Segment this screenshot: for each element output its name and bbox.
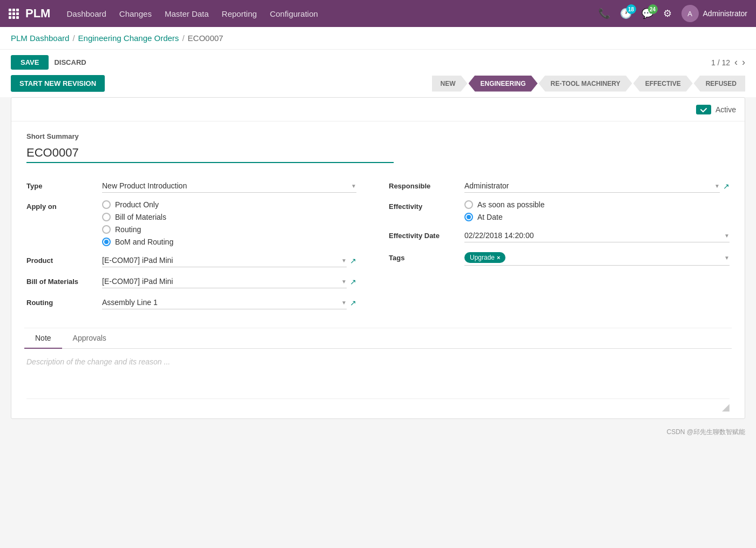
responsible-label: Responsible xyxy=(389,182,464,190)
tabs-container: Note Approvals xyxy=(24,328,732,349)
product-row: Product [E-COM07] iPad Mini ▼ ↗ xyxy=(26,254,356,267)
settings-icon[interactable]: ⚙ xyxy=(663,8,672,19)
tag-upgrade-label: Upgrade xyxy=(470,254,495,261)
top-nav: PLM Dashboard Changes Master Data Report… xyxy=(0,0,756,27)
nav-configuration[interactable]: Configuration xyxy=(270,9,318,18)
effectivity-asap[interactable]: As soon as possible xyxy=(464,200,545,209)
tags-row: Tags Upgrade × ▼ xyxy=(389,250,730,266)
radio-asap-circle xyxy=(464,200,473,209)
product-chevron: ▼ xyxy=(341,258,347,263)
product-ext-link[interactable]: ↗ xyxy=(350,256,356,265)
footer-credit: CSDN @邱先生聊数智赋能 xyxy=(666,428,745,436)
type-value: New Product Introduction xyxy=(102,181,187,190)
effectivity-label: Effectivity xyxy=(389,200,464,211)
type-chevron: ▼ xyxy=(351,183,356,189)
routing-select[interactable]: Assembly Line 1 ▼ xyxy=(102,296,347,309)
admin-label: Administrator xyxy=(703,9,747,18)
stage-effective[interactable]: EFFECTIVE xyxy=(633,76,693,92)
radio-routing[interactable]: Routing xyxy=(102,225,173,234)
stage-engineering[interactable]: ENGINEERING xyxy=(469,76,538,92)
bom-row: Bill of Materials [E-COM07] iPad Mini ▼ … xyxy=(26,275,356,288)
product-field: [E-COM07] iPad Mini ▼ ↗ xyxy=(102,254,356,267)
effectivity-options: As soon as possible At Date xyxy=(464,200,545,221)
breadcrumb-sep1: / xyxy=(72,33,75,43)
breadcrumb-sep2: / xyxy=(182,33,184,43)
type-select[interactable]: New Product Introduction ▼ xyxy=(102,179,356,193)
active-label: Active xyxy=(716,105,736,114)
breadcrumb-current: ECO0007 xyxy=(188,33,224,43)
effectivity-row: Effectivity As soon as possible At Date xyxy=(389,200,730,221)
radio-bom-routing-label: BoM and Routing xyxy=(115,238,173,246)
radio-bom[interactable]: Bill of Materials xyxy=(102,213,173,221)
effectivity-date-value: 02/22/2018 14:20:00 xyxy=(464,231,534,240)
radio-asap-label: As soon as possible xyxy=(477,200,545,209)
nav-reporting[interactable]: Reporting xyxy=(222,9,257,18)
responsible-select[interactable]: Administrator ▼ xyxy=(464,179,720,193)
action-bar: SAVE DISCARD 1 / 12 ‹ › xyxy=(0,50,756,75)
stage-refused[interactable]: REFUSED xyxy=(694,76,745,92)
short-summary-label: Short Summary xyxy=(26,132,730,140)
tag-upgrade[interactable]: Upgrade × xyxy=(464,252,505,263)
tags-field: Upgrade × ▼ xyxy=(464,250,730,266)
routing-ext-link[interactable]: ↗ xyxy=(350,299,356,307)
chat-notification[interactable]: 💬 24 xyxy=(642,8,653,19)
breadcrumb-plm[interactable]: PLM Dashboard xyxy=(11,33,69,43)
bom-ext-link[interactable]: ↗ xyxy=(350,278,356,286)
nav-master-data[interactable]: Master Data xyxy=(165,9,209,18)
radio-routing-label: Routing xyxy=(115,225,141,234)
tags-label: Tags xyxy=(389,254,464,262)
radio-product-label: Product Only xyxy=(115,200,159,209)
admin-menu[interactable]: A Administrator xyxy=(681,5,747,22)
brand-grid-icon[interactable] xyxy=(9,9,19,19)
radio-product-only[interactable]: Product Only xyxy=(102,200,173,209)
nav-changes[interactable]: Changes xyxy=(119,9,152,18)
radio-bom-routing-circle xyxy=(102,238,111,246)
resize-handle[interactable]: ◢ xyxy=(722,401,730,413)
effectivity-at-date[interactable]: At Date xyxy=(464,213,545,221)
short-summary-input[interactable] xyxy=(26,144,394,163)
routing-field: Assembly Line 1 ▼ ↗ xyxy=(102,296,356,309)
active-toggle[interactable]: Active xyxy=(696,105,736,114)
tag-upgrade-remove[interactable]: × xyxy=(497,254,500,261)
responsible-row: Responsible Administrator ▼ ↗ xyxy=(389,179,730,193)
radio-atdate-label: At Date xyxy=(477,213,503,221)
save-button[interactable]: SAVE xyxy=(11,55,49,70)
prev-button[interactable]: ‹ xyxy=(734,57,738,68)
start-revision-button[interactable]: START NEW REVISION xyxy=(11,75,105,92)
status-bar: START NEW REVISION NEW ENGINEERING RE-TO… xyxy=(0,75,756,97)
clock-notification[interactable]: 🕐 18 xyxy=(620,8,632,19)
bom-select[interactable]: [E-COM07] iPad Mini ▼ xyxy=(102,275,347,288)
nav-right: 📞 🕐 18 💬 24 ⚙ A Administrator xyxy=(598,5,747,22)
pagination: 1 / 12 ‹ › xyxy=(711,57,745,68)
breadcrumb-eco[interactable]: Engineering Change Orders xyxy=(78,33,179,43)
type-row: Type New Product Introduction ▼ xyxy=(26,179,356,193)
form-section: Short Summary Type New Product Introduct… xyxy=(11,121,745,328)
product-value: [E-COM07] iPad Mini xyxy=(102,256,173,265)
effectivity-date-row: Effectivity Date 02/22/2018 14:20:00 ▼ xyxy=(389,229,730,242)
tabs: Note Approvals xyxy=(24,328,732,349)
nav-links: Dashboard Changes Master Data Reporting … xyxy=(66,9,598,18)
stages: NEW ENGINEERING RE-TOOL MACHINERY EFFECT… xyxy=(432,76,746,92)
effectivity-date-select[interactable]: 02/22/2018 14:20:00 ▼ xyxy=(464,229,730,242)
stage-retool[interactable]: RE-TOOL MACHINERY xyxy=(539,76,632,92)
stage-new[interactable]: NEW xyxy=(432,76,468,92)
nav-dashboard[interactable]: Dashboard xyxy=(66,9,106,18)
form-grid: Type New Product Introduction ▼ Apply on… xyxy=(26,179,730,317)
radio-bom-routing[interactable]: BoM and Routing xyxy=(102,238,173,246)
product-select[interactable]: [E-COM07] iPad Mini ▼ xyxy=(102,254,347,267)
responsible-ext-link[interactable]: ↗ xyxy=(723,182,730,191)
next-button[interactable]: › xyxy=(742,57,745,68)
tab-note[interactable]: Note xyxy=(24,328,62,349)
note-placeholder[interactable]: Description of the change and its reason… xyxy=(26,357,730,366)
tags-chevron: ▼ xyxy=(724,255,730,261)
footer: CSDN @邱先生聊数智赋能 xyxy=(0,424,756,440)
apply-on-label: Apply on xyxy=(26,200,102,211)
type-label: Type xyxy=(26,182,102,190)
radio-bom-label: Bill of Materials xyxy=(115,213,166,221)
radio-bom-circle xyxy=(102,213,111,221)
phone-icon[interactable]: 📞 xyxy=(598,8,610,19)
routing-label: Routing xyxy=(26,299,102,307)
action-left: SAVE DISCARD xyxy=(11,55,86,70)
discard-button[interactable]: DISCARD xyxy=(54,58,86,66)
tab-approvals[interactable]: Approvals xyxy=(62,328,117,349)
